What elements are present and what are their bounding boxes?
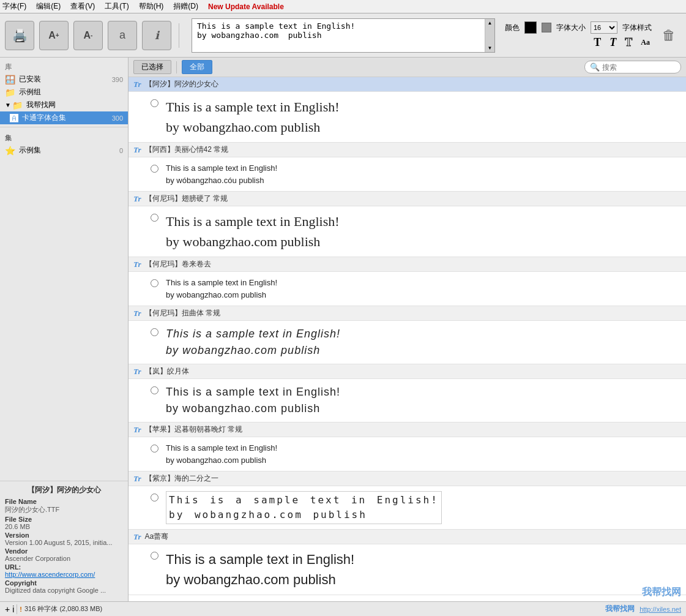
copyright-value: Digitized data copyright Google ... [5,587,106,594]
cartoon-count: 300 [112,115,123,122]
cartoon-icon: 🅰 [10,113,18,123]
font-preview-text-axi: This is a sample text in English!by woba… [166,97,340,137]
wobangzhao-label: 我帮找网 [26,100,56,110]
content-toolbar: 已选择 全部 🔍 [129,58,686,77]
font-preview-zijing: This is a sample text in English!by woba… [129,486,686,529]
menubar: 字体(F) 编辑(E) 查看(V) 工具(T) 帮助(H) 捐赠(D) New … [0,0,686,13]
font-radio-aa[interactable] [151,552,158,560]
info-button[interactable]: ℹ [142,21,171,50]
print-button[interactable]: 🖨️ [5,21,34,50]
menu-donate[interactable]: 捐赠(D) [173,1,198,12]
font-radio-lan[interactable] [151,386,158,394]
font-preview-text-henim3: This is a sample text in English!by woba… [166,326,340,359]
font-entry-henim2: Tr 【何尼玛】卷来卷去 This is a sample text in En… [129,257,686,306]
tab-separator [176,61,177,73]
menu-tools[interactable]: 工具(T) [105,1,129,12]
style-italic-btn[interactable]: T [608,36,618,49]
style-small-btn[interactable]: Aa [639,38,652,47]
tt-icon-apple: Tr [133,425,141,435]
font-info-filename: File Name 阿汐的少女心.TTF [5,498,123,514]
search-box: 🔍 [584,61,681,73]
sidebar-item-wobangzhao[interactable]: ▼ 📁 我帮找网 [0,99,128,111]
font-header-henim3[interactable]: Tr 【何尼玛】扭曲体 常规 [129,306,686,321]
statusbar-url[interactable]: http://xiles.net [639,606,681,613]
font-info-version: Version Version 1.00 August 5, 2015, ini… [5,531,123,546]
copyright-label: Copyright [5,579,37,587]
sidebar-item-cartoon[interactable]: 🅰 卡通字体合集 300 [0,111,128,124]
status-separator [17,604,17,614]
font-radio-zijing[interactable] [151,494,158,501]
statusbar-right: 我帮找网 http://xiles.net [605,604,681,614]
font-header-aa[interactable]: Tr Aa蕾骞 [129,530,686,544]
color-swatch[interactable] [542,23,551,32]
font-header-lan[interactable]: Tr 【岚】皎月体 [129,364,686,379]
font-header-zijing[interactable]: Tr 【紫京】海的二分之一 [129,471,686,486]
font-header-henim2[interactable]: Tr 【何尼玛】卷来卷去 [129,257,686,272]
font-preview-apple: This is a sample text in English!by woba… [129,437,686,471]
search-icon: 🔍 [590,62,600,72]
font-preview-text-henim2: This is a sample text in English!by woba… [166,277,277,301]
statusbar-left: + i ! 316 种字体 (2,080.83 MB) [5,604,102,614]
style-outline-btn[interactable]: T [623,36,634,49]
style-bold-btn[interactable]: T [592,36,603,49]
toolbar: 🖨️ A+ A- a ℹ This is a sample text in En… [0,13,686,58]
add-icon[interactable]: + [5,604,10,614]
font-preview-lan: This is a sample text in English!by woba… [129,379,686,422]
filename-label: File Name [5,498,37,505]
font-radio-henim3[interactable] [151,328,158,336]
preview-box[interactable]: This is a sample text in English! by wob… [192,18,495,53]
size-select[interactable]: 16 12 18 24 36 48 72 [591,21,617,34]
statusbar-logo: 我帮找网 [605,604,635,614]
tt-icon-aa: Tr [133,532,141,542]
font-radio-henim1[interactable] [151,214,158,222]
font-remove-button[interactable]: A- [73,21,103,50]
sidebar-item-installed[interactable]: 🪟 已安装 390 [0,73,128,86]
font-name-axi: 【阿汐】阿汐的少女心 [145,79,218,89]
font-info-button[interactable]: a [108,21,137,50]
menu-new-update[interactable]: New Update Available [208,2,284,11]
font-name-henim3: 【何尼玛】扭曲体 常规 [145,308,220,318]
font-info-vendor: Vendor Ascender Corporation [5,547,123,562]
font-name-zijing: 【紫京】海的二分之一 [145,473,218,484]
filename-value: 阿汐的少女心.TTF [5,506,59,513]
all-tab[interactable]: 全部 [182,60,212,74]
font-radio-axi[interactable] [151,99,158,107]
font-preview-text-henim1: This is a sample text in English!by woba… [166,211,340,252]
sidebar-item-examples[interactable]: 📁 示例组 [0,86,128,99]
preview-textarea[interactable]: This is a sample text in English! by wob… [197,21,490,50]
font-preview-text-axi2: This is a sample text in English!by wóba… [166,162,277,186]
menu-edit[interactable]: 编辑(E) [36,1,61,12]
url-link[interactable]: http://www.ascendercorp.com/ [5,571,95,578]
examples-icon: 📁 [5,88,15,97]
font-add-button[interactable]: A+ [39,21,69,50]
tt-icon-henim2: Tr [133,260,141,269]
font-name-apple: 【苹果】迟暮朝朝暮晚灯 常规 [145,424,242,435]
font-header-axi[interactable]: Tr 【阿汐】阿汐的少女心 [129,77,686,92]
menu-font[interactable]: 字体(F) [2,1,26,12]
info-icon[interactable]: i [12,604,14,614]
installed-label: 已安装 [19,74,41,85]
selected-tab[interactable]: 已选择 [133,60,171,74]
right-controls: 颜色 字体大小 16 12 18 24 36 48 72 字体样式 T T T … [505,21,652,49]
menu-view[interactable]: 查看(V) [70,1,95,12]
color-row: 颜色 字体大小 16 12 18 24 36 48 72 字体样式 [505,21,652,34]
tt-icon-axi2: Tr [133,145,141,155]
font-header-axi2[interactable]: Tr 【阿西】美丽心情42 常规 [129,143,686,157]
font-header-apple[interactable]: Tr 【苹果】迟暮朝朝暮晚灯 常规 [129,423,686,437]
font-preview-text-apple: This is a sample text in English!by woba… [166,442,277,466]
trash-button[interactable]: 🗑 [657,23,681,48]
font-preview-text-aa: This is a sample text in English!by woba… [166,549,354,590]
font-radio-henim2[interactable] [151,279,158,287]
color-picker[interactable] [524,21,537,34]
font-radio-apple[interactable] [151,445,158,453]
font-entry-zijing: Tr 【紫京】海的二分之一 This is a sample text in E… [129,471,686,530]
font-header-henim1[interactable]: Tr 【何尼玛】翅膀硬了 常规 [129,192,686,206]
search-input[interactable] [602,63,676,72]
folder-icon: 📁 [12,100,23,110]
font-radio-axi2[interactable] [151,165,158,173]
statusbar: + i ! 316 种字体 (2,080.83 MB) 我帮找网 http://… [0,601,686,616]
menu-help[interactable]: 帮助(H) [139,1,164,12]
font-entry-aa: Tr Aa蕾骞 This is a sample text in English… [129,530,686,595]
font-preview-axi: This is a sample text in English!by woba… [129,92,686,142]
sidebar-item-sample[interactable]: ⭐ 示例集 0 [0,144,128,157]
